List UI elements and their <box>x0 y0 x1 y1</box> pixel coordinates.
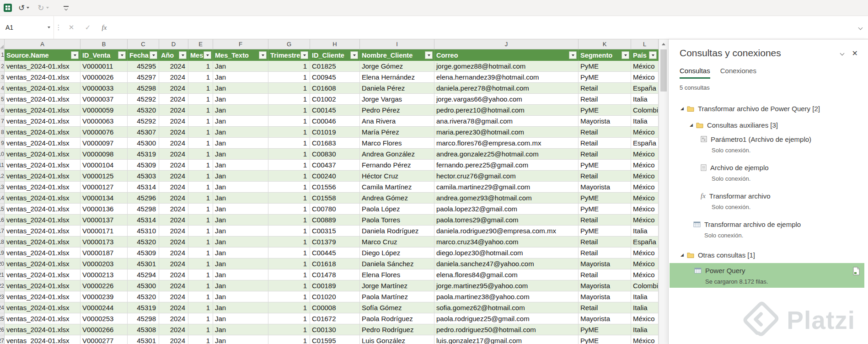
cell[interactable]: ventas_2024-01.xlsx <box>5 335 80 344</box>
cell[interactable]: Jorge Gómez <box>360 61 434 72</box>
cell[interactable]: ventas_2024-01.xlsx <box>5 204 80 215</box>
table-column-header[interactable]: País <box>631 49 659 61</box>
cell[interactable]: ventas_2024-01.xlsx <box>5 160 80 171</box>
group-transformar-archivo-de-power-query-2[interactable]: ◢Transformar archivo de Power Query [2] <box>669 100 868 117</box>
pane-options-chevron-icon[interactable] <box>835 52 850 55</box>
cell[interactable]: Jan <box>213 215 268 226</box>
cell[interactable]: 1 <box>188 72 213 83</box>
cell[interactable]: Jan <box>213 138 268 149</box>
cell[interactable]: 1 <box>268 302 310 313</box>
cell[interactable]: marco.flores76@empresa.com.mx <box>434 138 579 149</box>
filter-button[interactable] <box>150 51 157 59</box>
cell[interactable]: ventas_2024-01.xlsx <box>5 258 80 269</box>
cell[interactable]: C01002 <box>310 94 360 105</box>
row-number[interactable]: 14 <box>0 193 5 204</box>
cell[interactable]: PyME <box>579 335 631 344</box>
cell[interactable]: 1 <box>268 83 310 94</box>
undo-dropdown-icon[interactable] <box>27 7 29 9</box>
cell[interactable]: C01618 <box>310 258 360 269</box>
cell[interactable]: 1 <box>268 160 310 171</box>
row-number[interactable]: 27 <box>0 335 5 344</box>
cell[interactable]: Camila Martínez <box>360 182 434 193</box>
formula-bar-expand-icon[interactable] <box>852 26 868 29</box>
filter-button[interactable] <box>622 51 629 59</box>
cell[interactable]: 1 <box>268 138 310 149</box>
cell[interactable]: 1 <box>268 215 310 226</box>
cell[interactable]: 1 <box>268 171 310 182</box>
cell[interactable]: Jan <box>213 72 268 83</box>
pane-close-icon[interactable]: ✕ <box>850 49 860 58</box>
cell[interactable]: Pedro Rodríguez <box>360 324 434 335</box>
table-column-header[interactable]: Año <box>159 49 188 61</box>
cell[interactable]: ventas_2024-01.xlsx <box>5 171 80 182</box>
cell[interactable]: V0000187 <box>80 247 128 258</box>
cell[interactable]: Fernando Pérez <box>360 160 434 171</box>
column-header-A[interactable]: A <box>5 39 80 49</box>
row-number[interactable]: 26 <box>0 324 5 335</box>
cell[interactable]: 1 <box>188 138 213 149</box>
cell[interactable]: Mayorista <box>579 182 631 193</box>
cell[interactable]: ventas_2024-01.xlsx <box>5 61 80 72</box>
cell[interactable]: 2024 <box>159 236 188 247</box>
cell[interactable]: 2024 <box>159 83 188 94</box>
cell[interactable]: Colombia <box>631 105 659 116</box>
cell[interactable]: Jan <box>213 226 268 236</box>
column-header-I[interactable]: I <box>360 39 434 49</box>
cell[interactable]: Jan <box>213 171 268 182</box>
cell[interactable]: Retail <box>579 149 631 160</box>
column-header-H[interactable]: H <box>310 39 360 49</box>
row-number[interactable]: 20 <box>0 258 5 269</box>
cell[interactable]: Colombia <box>631 280 659 291</box>
cell[interactable]: C00889 <box>310 215 360 226</box>
cell[interactable]: Mayorista <box>579 313 631 324</box>
column-header-K[interactable]: K <box>579 39 631 49</box>
cell[interactable]: 2024 <box>159 324 188 335</box>
row-number[interactable]: 12 <box>0 171 5 182</box>
cell[interactable]: ventas_2024-01.xlsx <box>5 72 80 83</box>
group-otras-consultas-1[interactable]: ◢Otras consultas [1] <box>669 247 868 263</box>
row-number[interactable]: 9 <box>0 138 5 149</box>
cell[interactable]: 1 <box>188 258 213 269</box>
cell[interactable]: Retail <box>579 94 631 105</box>
cell[interactable]: V0000266 <box>80 324 128 335</box>
cell[interactable]: 2024 <box>159 160 188 171</box>
cell[interactable]: maria.perez30@hotmail.com <box>434 127 579 138</box>
column-header-L[interactable]: L <box>631 39 659 49</box>
formula-input[interactable] <box>113 16 852 39</box>
cell[interactable]: 1 <box>268 127 310 138</box>
column-header-C[interactable]: C <box>128 39 159 49</box>
cell[interactable]: 45297 <box>128 72 159 83</box>
expand-triangle-icon[interactable]: ◢ <box>690 123 693 127</box>
cell[interactable]: Italia <box>631 94 659 105</box>
cell[interactable]: 1 <box>188 116 213 127</box>
cell[interactable]: V0000076 <box>80 127 128 138</box>
cell[interactable]: jorge.vargas66@yahoo.com <box>434 94 579 105</box>
cell[interactable]: Mayorista <box>579 291 631 302</box>
cell[interactable]: Italia <box>631 116 659 127</box>
row-number[interactable]: 16 <box>0 215 5 226</box>
cell[interactable]: C00437 <box>310 160 360 171</box>
row-number[interactable]: 13 <box>0 182 5 193</box>
cell[interactable]: V0000063 <box>80 116 128 127</box>
cell[interactable]: Jan <box>213 335 268 344</box>
cell[interactable]: Jan <box>213 193 268 204</box>
cancel-icon[interactable]: ✕ <box>63 23 80 32</box>
cell[interactable]: 1 <box>268 61 310 72</box>
row-number[interactable]: 17 <box>0 226 5 236</box>
column-header-B[interactable]: B <box>80 39 128 49</box>
cell[interactable]: C01558 <box>310 193 360 204</box>
cell[interactable]: México <box>631 127 659 138</box>
cell[interactable]: V0000125 <box>80 171 128 182</box>
cell[interactable]: 1 <box>268 116 310 127</box>
filter-button[interactable] <box>179 51 187 59</box>
filter-button[interactable] <box>71 51 79 59</box>
column-header-E[interactable]: E <box>188 39 213 49</box>
cell[interactable]: C00240 <box>310 171 360 182</box>
cell[interactable]: México <box>631 61 659 72</box>
cell[interactable]: luis.gonzalez17@gmail.com <box>434 335 579 344</box>
cell[interactable]: 1 <box>268 280 310 291</box>
cell[interactable]: México <box>631 182 659 193</box>
cell[interactable]: México <box>631 313 659 324</box>
cell[interactable]: ventas_2024-01.xlsx <box>5 193 80 204</box>
cell[interactable]: V0000277 <box>80 335 128 344</box>
